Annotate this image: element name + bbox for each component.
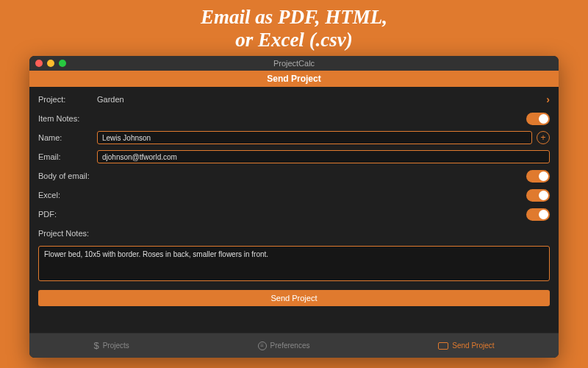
- envelope-icon: [438, 342, 448, 350]
- promo-line2: or Excel (.csv): [201, 29, 387, 52]
- section-header: Send Project: [29, 71, 559, 87]
- name-label: Name:: [38, 133, 97, 142]
- tab-send-project-label: Send Project: [452, 342, 494, 350]
- plus-icon: +: [540, 133, 545, 142]
- tab-projects-label: Projects: [103, 342, 129, 350]
- project-notes-textarea[interactable]: Flower bed, 10x5 with border. Roses in b…: [38, 246, 550, 281]
- body-toggle[interactable]: [526, 170, 550, 183]
- tab-preferences[interactable]: ≡ Preferences: [258, 342, 310, 350]
- titlebar: ProjectCalc: [29, 56, 559, 71]
- content-area: Project: Garden › Item Notes: Name: + Em…: [29, 87, 559, 333]
- tab-projects[interactable]: $ Projects: [93, 340, 129, 351]
- dollar-icon: $: [93, 340, 98, 351]
- item-notes-toggle[interactable]: [526, 113, 550, 125]
- project-notes-label-row: Project Notes:: [38, 225, 550, 241]
- promo-heading: Email as PDF, HTML, or Excel (.csv): [201, 6, 387, 52]
- chevron-right-icon: ›: [546, 93, 550, 105]
- add-contact-button[interactable]: +: [537, 131, 550, 144]
- project-row[interactable]: Project: Garden ›: [38, 91, 550, 107]
- tab-preferences-label: Preferences: [270, 342, 310, 350]
- send-project-button[interactable]: Send Project: [38, 290, 550, 306]
- project-label: Project:: [38, 95, 97, 104]
- pdf-row: PDF:: [38, 206, 550, 222]
- project-notes-label: Project Notes:: [38, 229, 89, 238]
- excel-toggle[interactable]: [526, 189, 550, 202]
- app-window: ProjectCalc Send Project Project: Garden…: [29, 56, 559, 358]
- body-label: Body of email:: [38, 171, 90, 180]
- email-input[interactable]: [97, 150, 550, 163]
- preferences-icon: ≡: [258, 342, 267, 350]
- item-notes-label: Item Notes:: [38, 114, 97, 123]
- excel-label: Excel:: [38, 191, 97, 199]
- pdf-toggle[interactable]: [526, 208, 550, 221]
- name-row: Name: +: [38, 130, 550, 146]
- promo-line1: Email as PDF, HTML,: [201, 6, 387, 29]
- project-value: Garden: [97, 95, 124, 104]
- window-title: ProjectCalc: [29, 59, 559, 68]
- item-notes-row: Item Notes:: [38, 110, 550, 127]
- name-input[interactable]: [97, 131, 532, 144]
- body-row: Body of email:: [38, 168, 550, 184]
- tab-bar: $ Projects ≡ Preferences Send Project: [29, 333, 559, 358]
- pdf-label: PDF:: [38, 210, 97, 219]
- tab-send-project[interactable]: Send Project: [438, 342, 494, 350]
- email-row: Email:: [38, 149, 550, 165]
- email-label: Email:: [38, 152, 97, 161]
- excel-row: Excel:: [38, 187, 550, 203]
